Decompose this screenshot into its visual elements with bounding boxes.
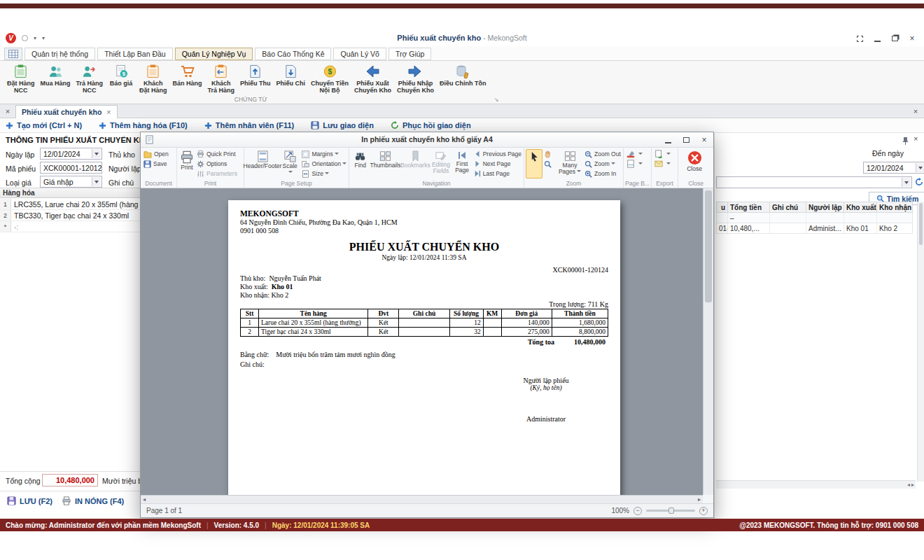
dialog-titlebar[interactable]: In phiếu xuất chuyển kho khổ giấy A4 ×	[141, 132, 713, 148]
ribbon-tab-quan-ly-vo[interactable]: Quản Lý Võ	[333, 48, 386, 60]
zoom-out-icon[interactable]: −	[634, 507, 642, 515]
many-pages-button[interactable]: Many Pages	[556, 149, 583, 178]
first-page-button[interactable]: First Page	[451, 149, 472, 178]
scroll-left-icon[interactable]: ◂	[143, 496, 146, 503]
add-item-button[interactable]: Thêm hàng hóa (F10)	[99, 121, 188, 130]
document-tab-close-icon[interactable]: ×	[106, 108, 111, 116]
filter-row[interactable]: –	[716, 213, 913, 223]
column-header[interactable]: u	[717, 202, 728, 212]
column-header-ghi-chu[interactable]: Ghi chú	[770, 202, 806, 212]
document-tab-phieu-xuat-chuyen-kho[interactable]: Phiếu xuất chuyển kho ×	[15, 105, 118, 118]
zoom-in-button[interactable]: Zoom In	[583, 169, 622, 178]
chevron-down-icon[interactable]	[92, 149, 101, 158]
ribbon-button-dat-hang-ncc[interactable]: Đặt HàngNCC	[4, 62, 38, 94]
strip-close-icon[interactable]: ×	[910, 106, 921, 117]
ribbon-button-khach-dat-hang[interactable]: KháchĐặt Hàng	[136, 62, 170, 94]
previous-page-button[interactable]: Previous Page	[472, 149, 523, 159]
column-header-kho-nhan[interactable]: Kho nhận	[877, 202, 912, 212]
ribbon-button-ban-hang[interactable]: Bán Hàng	[170, 62, 205, 87]
scroll-left-icon[interactable]: ◂	[907, 482, 910, 488]
fit-window-button[interactable]	[855, 34, 864, 43]
scroll-right-icon[interactable]: ▸	[698, 496, 701, 503]
ribbon-button-phieu-nhap-chuyen-kho[interactable]: Phiếu NhậpChuyển Kho	[394, 62, 437, 94]
ribbon-tab-quan-ly-nghiep-vu[interactable]: Quản Lý Nghiệp Vụ	[175, 48, 253, 60]
watermark-button[interactable]	[625, 159, 644, 169]
restore-layout-button[interactable]: Phục hồi giao diện	[391, 121, 471, 130]
refresh-icon[interactable]	[915, 178, 923, 186]
scrollbar-thumb[interactable]	[705, 190, 712, 302]
panel-close-icon[interactable]: ×	[913, 134, 918, 143]
save-button[interactable]: LƯU (F2)	[7, 496, 52, 505]
close-all-tabs-icon[interactable]: ×	[2, 106, 13, 117]
zoom-in-icon[interactable]: +	[699, 507, 708, 515]
size-button[interactable]: Size	[300, 169, 348, 178]
minimize-button[interactable]	[872, 34, 882, 43]
parameters-button[interactable]: Parameters	[195, 169, 239, 178]
preview-vertical-scrollbar[interactable]	[703, 188, 713, 495]
loai-gia-combo[interactable]: Giá nhập	[40, 176, 102, 188]
magnifier-tool-button[interactable]	[542, 159, 556, 169]
ribbon-button-chuyen-tien-noi-bo[interactable]: $ Chuyển TiềnNội Bộ	[308, 62, 351, 94]
thumbnails-button[interactable]: Thumbnails	[370, 149, 400, 178]
zoom-slider-thumb[interactable]	[668, 507, 674, 514]
ribbon-button-phieu-xuat-chuyen-kho[interactable]: Phiếu XuấtChuyển Kho	[351, 62, 394, 94]
dialog-close-button[interactable]: ×	[699, 135, 709, 145]
send-email-button[interactable]	[653, 159, 672, 169]
ngay-lap-date-input[interactable]: 12/01/2024	[40, 148, 102, 160]
close-button[interactable]: ×	[907, 34, 917, 43]
scale-button[interactable]: Scale	[279, 149, 300, 178]
open-button[interactable]: Open	[142, 149, 170, 159]
ribbon-button-tra-hang-ncc[interactable]: Trả HàngNCC	[74, 62, 106, 94]
group-dialog-launcher-icon[interactable]: ↘	[494, 97, 499, 103]
zoom-button[interactable]: Zoom	[583, 159, 622, 169]
horizontal-scrollbar[interactable]: ◂ ▸	[716, 480, 916, 489]
preview-surface[interactable]: MEKONGSOFT 64 Nguyễn Đình Chiểu, Phường …	[141, 188, 713, 495]
hot-print-button[interactable]: IN NÓNG (F4)	[62, 496, 124, 505]
chevron-down-icon[interactable]	[902, 178, 911, 187]
ribbon-tab-thiet-lap-ban-dau[interactable]: Thiết Lập Ban Đầu	[97, 48, 173, 60]
ribbon-button-phieu-chi[interactable]: Phiếu Chi	[274, 62, 309, 87]
editing-fields-button[interactable]: Editing Fields	[430, 149, 451, 178]
chevron-down-icon[interactable]	[92, 177, 101, 186]
next-page-button[interactable]: Next Page	[472, 159, 523, 169]
page-color-button[interactable]	[625, 149, 644, 159]
close-preview-button[interactable]: Close	[680, 149, 709, 178]
header-footer-button[interactable]: Header/Footer	[246, 149, 279, 178]
restore-button[interactable]	[890, 34, 899, 43]
find-button[interactable]: Find	[351, 149, 370, 178]
new-record-button[interactable]: Tạo mới (Ctrl + N)	[6, 121, 82, 130]
ribbon-tab-bao-cao-thong-ke[interactable]: Báo Cáo Thống Kê	[255, 48, 331, 60]
bookmarks-button[interactable]: Bookmarks	[400, 149, 430, 178]
column-header-tong-tien[interactable]: Tổng tiền	[728, 202, 770, 212]
save-layout-button[interactable]: Lưu giao diện	[311, 121, 374, 130]
ribbon-button-khach-tra-hang[interactable]: KháchTrả Hàng	[205, 62, 238, 94]
ribbon-tab-quan-tri-he-thong[interactable]: Quản trị hệ thống	[24, 48, 95, 60]
scrollbar-thumb[interactable]	[919, 203, 923, 245]
save-button[interactable]: Save	[142, 159, 170, 169]
ribbon-button-bao-gia[interactable]: $ Báo giá	[106, 62, 136, 87]
ma-phieu-input[interactable]: XCK00001-120124	[40, 162, 102, 174]
hand-tool-button[interactable]	[542, 149, 556, 159]
den-ngay-date-input[interactable]: 12/01/2024	[863, 162, 924, 174]
ribbon-menu-button[interactable]	[4, 48, 22, 60]
ribbon-button-dieu-chinh-ton[interactable]: Điều Chỉnh Tồn	[437, 62, 489, 87]
ribbon-tab-tro-giup[interactable]: Trợ Giúp	[388, 48, 432, 60]
filter-combo[interactable]	[716, 176, 912, 188]
margins-button[interactable]: Margins	[300, 149, 348, 159]
export-document-button[interactable]	[653, 149, 672, 159]
dialog-minimize-button[interactable]	[663, 135, 673, 145]
result-row[interactable]: 01-1... 10,480,... Administ... Kho 01 Kh…	[716, 223, 913, 234]
column-header-nguoi-lap[interactable]: Người lập	[806, 202, 844, 212]
quick-print-button[interactable]: Quick Print	[195, 149, 239, 159]
preview-horizontal-scrollbar[interactable]: ◂ ▸	[141, 495, 703, 503]
zoom-slider[interactable]	[646, 510, 695, 512]
dialog-maximize-button[interactable]	[681, 135, 691, 145]
ribbon-button-phieu-thu[interactable]: Phiếu Thu	[237, 62, 274, 87]
pin-icon[interactable]	[902, 136, 909, 145]
last-page-button[interactable]: Last Page	[472, 169, 523, 178]
orientation-button[interactable]: Orientation	[300, 159, 348, 169]
ribbon-button-mua-hang[interactable]: Mua Hàng	[38, 62, 74, 87]
options-button[interactable]: Options	[195, 159, 239, 169]
print-button[interactable]: Print	[178, 149, 195, 178]
scroll-right-icon[interactable]: ▸	[911, 482, 914, 488]
